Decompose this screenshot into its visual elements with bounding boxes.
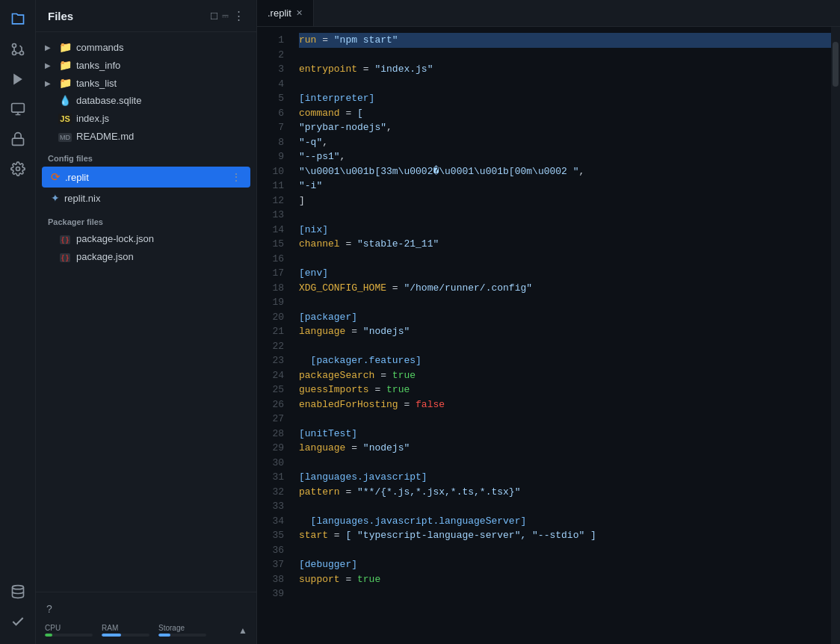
code-line: [interpreter] <box>299 91 831 106</box>
storage-fill <box>158 634 170 637</box>
packages-icon[interactable] <box>4 96 31 123</box>
code-line: "prybar-nodejs", <box>299 120 831 135</box>
more-options-icon[interactable]: ⋮ <box>233 9 244 22</box>
svg-point-0 <box>19 52 23 55</box>
ram-fill <box>102 634 121 637</box>
cpu-fill <box>45 634 52 637</box>
line-number: 12 <box>257 193 293 208</box>
line-number: 7 <box>257 120 293 135</box>
packager-section-label: Packager files <box>36 208 256 229</box>
line-number: 27 <box>257 412 293 427</box>
database-icon[interactable] <box>4 578 31 605</box>
line-number: 28 <box>257 427 293 442</box>
line-number: 3 <box>257 62 293 77</box>
secrets-icon[interactable] <box>4 126 31 152</box>
config-item-menu[interactable]: ⋮ <box>231 171 241 183</box>
settings-icon[interactable] <box>4 155 31 182</box>
tree-item-label: tanks_info <box>76 60 120 71</box>
ram-status: RAM <box>102 624 149 637</box>
tab-close-button[interactable]: ✕ <box>296 8 303 18</box>
code-line: channel = "stable-21_11" <box>299 237 831 252</box>
git-icon[interactable] <box>4 36 31 63</box>
code-line: "\u0001\u001b[33m\u0002�\u0001\u001b[00m… <box>299 164 831 179</box>
tree-item-tanks-list[interactable]: ▶ 📁 tanks_list <box>36 74 256 92</box>
checkmark-icon[interactable] <box>4 608 31 635</box>
code-line <box>299 295 831 310</box>
folder-icon: 📁 <box>58 77 72 89</box>
svg-rect-5 <box>12 138 23 145</box>
pkg-lock-icon: { } <box>58 232 72 244</box>
code-line: run = "npm start" <box>299 33 831 48</box>
code-line: start = [ "typescript-language-server", … <box>299 528 831 543</box>
line-number: 23 <box>257 353 293 368</box>
line-number: 33 <box>257 499 293 514</box>
line-number: 37 <box>257 557 293 572</box>
new-file-icon[interactable]: □ <box>211 9 217 22</box>
line-number: 2 <box>257 48 293 63</box>
new-folder-icon[interactable]: ⎓ <box>222 9 229 22</box>
help-icon[interactable]: ? <box>36 598 256 619</box>
code-line <box>299 412 831 427</box>
ram-label: RAM <box>102 624 149 632</box>
chevron-icon: ▶ <box>45 43 54 52</box>
line-number: 30 <box>257 456 293 471</box>
pkg-icon: { } <box>58 250 72 262</box>
code-line: [languages.javascript.languageServer] <box>299 514 831 529</box>
tree-item-tanks-info[interactable]: ▶ 📁 tanks_info <box>36 56 256 74</box>
tree-item-readme[interactable]: ▶ MD README.md <box>36 127 256 145</box>
svg-rect-4 <box>11 104 24 113</box>
tree-item-label: index.js <box>76 113 109 124</box>
editor-tab-replit[interactable]: .replit ✕ <box>257 0 314 26</box>
status-bar: CPU RAM Storage ▲ <box>36 619 256 641</box>
expand-icon[interactable]: ▲ <box>238 625 247 636</box>
editor-tabs: .replit ✕ <box>257 0 840 27</box>
code-line: [languages.javascript] <box>299 470 831 485</box>
tree-item-database[interactable]: ▶ 💧 database.sqlite <box>36 92 256 109</box>
code-line: language = "nodejs" <box>299 324 831 339</box>
code-line <box>299 339 831 354</box>
js-file-icon: JS <box>58 112 72 124</box>
ram-bar <box>102 634 149 637</box>
line-number: 15 <box>257 237 293 252</box>
tree-item-label: tanks_list <box>76 78 117 89</box>
svg-point-1 <box>12 44 16 48</box>
code-line <box>299 543 831 558</box>
code-line <box>299 456 831 471</box>
line-number: 8 <box>257 135 293 150</box>
tree-item-label: README.md <box>76 131 134 142</box>
code-line: enabledForHosting = false <box>299 397 831 412</box>
code-line <box>299 208 831 223</box>
code-line: [nix] <box>299 223 831 238</box>
code-line: entrypoint = "index.js" <box>299 62 831 77</box>
line-number: 24 <box>257 368 293 383</box>
tree-item-package-lock[interactable]: ▶ { } package-lock.json <box>36 229 256 247</box>
run-icon[interactable] <box>4 66 31 93</box>
line-number: 26 <box>257 397 293 412</box>
line-number: 38 <box>257 572 293 587</box>
tree-item-package[interactable]: ▶ { } package.json <box>36 247 256 265</box>
config-item-replit[interactable]: ⟳ .replit ⋮ <box>42 167 250 188</box>
tree-item-indexjs[interactable]: ▶ JS index.js <box>36 109 256 127</box>
md-file-icon: MD <box>58 130 72 142</box>
line-number: 35 <box>257 528 293 543</box>
line-number: 18 <box>257 281 293 296</box>
config-item-nix[interactable]: ✦ replit.nix <box>42 188 250 208</box>
code-line: command = [ <box>299 106 831 121</box>
files-icon[interactable] <box>4 6 31 33</box>
svg-point-2 <box>12 52 16 55</box>
code-content[interactable]: run = "npm start" entrypoint = "index.js… <box>293 27 831 644</box>
tree-item-commands[interactable]: ▶ 📁 commands <box>36 38 256 56</box>
storage-status: Storage <box>158 624 206 637</box>
line-number: 25 <box>257 383 293 397</box>
scroll-track[interactable] <box>831 27 840 644</box>
code-line: [env] <box>299 266 831 281</box>
code-line: language = "nodejs" <box>299 441 831 456</box>
line-number: 31 <box>257 470 293 485</box>
line-number: 20 <box>257 310 293 325</box>
config-item-label: replit.nix <box>64 193 100 204</box>
code-line: guessImports = true <box>299 383 831 397</box>
scroll-thumb[interactable] <box>833 42 839 87</box>
line-numbers: 1234567891011121314151617181920212223242… <box>257 27 293 644</box>
line-number: 34 <box>257 514 293 529</box>
code-line <box>299 252 831 267</box>
